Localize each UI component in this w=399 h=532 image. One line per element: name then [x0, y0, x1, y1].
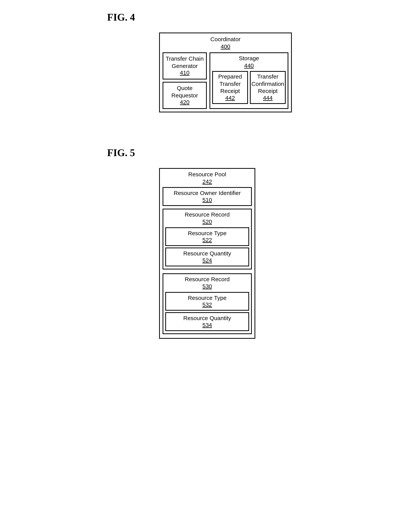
transfer-confirmation-receipt-box: Transfer Confirmation Receipt 444 — [250, 71, 286, 104]
resource-pool-title: Resource Pool — [162, 171, 252, 178]
resource-owner-identifier-title: Resource Owner Identifier — [164, 189, 250, 197]
coordinator-ref: 400 — [162, 43, 288, 50]
resource-quantity-2-box: Resource Quantity 534 — [165, 312, 249, 331]
storage-header: Storage 440 — [212, 55, 286, 69]
storage-box: Storage 440 Prepared Transfer Receipt 44… — [210, 52, 288, 109]
resource-record-2-box: Resource Record 530 Resource Type 532 Re… — [162, 273, 252, 334]
quote-requestor-box: Quote Requestor 420 — [162, 82, 207, 109]
resource-record-1-header: Resource Record 520 — [165, 211, 249, 225]
resource-record-2-ref: 530 — [165, 283, 249, 290]
figure-5-label: FIG. 5 — [107, 147, 292, 158]
resource-pool-header: Resource Pool 242 — [162, 171, 252, 185]
coordinator-left-column: Transfer Chain Generator 410 Quote Reque… — [162, 52, 207, 109]
quote-requestor-title: Quote Requestor — [164, 84, 205, 99]
resource-quantity-2-title: Resource Quantity — [167, 315, 247, 322]
prepared-transfer-receipt-ref: 442 — [214, 95, 246, 101]
storage-row: Prepared Transfer Receipt 442 Transfer C… — [212, 71, 286, 104]
coordinator-box: Coordinator 400 Transfer Chain Generator… — [159, 32, 292, 112]
transfer-chain-generator-title: Transfer Chain Generator — [164, 55, 205, 70]
resource-quantity-1-ref: 524 — [167, 257, 247, 264]
resource-pool-ref: 242 — [162, 178, 252, 185]
storage-title: Storage — [212, 55, 286, 62]
prepared-transfer-receipt-title: Prepared Transfer Receipt — [214, 73, 246, 95]
resource-record-2-title: Resource Record — [165, 276, 249, 283]
prepared-transfer-receipt-box: Prepared Transfer Receipt 442 — [212, 71, 248, 104]
storage-ref: 440 — [212, 62, 286, 69]
quote-requestor-ref: 420 — [164, 99, 205, 106]
resource-record-1-title: Resource Record — [165, 211, 249, 218]
resource-quantity-2-ref: 534 — [167, 322, 247, 328]
resource-quantity-1-title: Resource Quantity — [167, 250, 247, 257]
figure-4-diagram: Coordinator 400 Transfer Chain Generator… — [159, 32, 292, 112]
coordinator-title: Coordinator — [162, 36, 288, 43]
resource-type-1-title: Resource Type — [167, 230, 247, 237]
transfer-confirmation-receipt-ref: 444 — [251, 95, 284, 101]
coordinator-body: Transfer Chain Generator 410 Quote Reque… — [162, 52, 288, 109]
resource-record-1-box: Resource Record 520 Resource Type 522 Re… — [162, 209, 252, 269]
coordinator-header: Coordinator 400 — [162, 36, 288, 50]
figure-5-diagram: Resource Pool 242 Resource Owner Identif… — [159, 168, 292, 339]
resource-quantity-1-box: Resource Quantity 524 — [165, 247, 249, 266]
resource-type-2-ref: 532 — [167, 301, 247, 308]
figure-4-label: FIG. 4 — [107, 12, 292, 23]
transfer-chain-generator-box: Transfer Chain Generator 410 — [162, 52, 207, 80]
resource-owner-identifier-ref: 510 — [164, 197, 250, 203]
resource-type-1-ref: 522 — [167, 237, 247, 243]
resource-pool-box: Resource Pool 242 Resource Owner Identif… — [159, 168, 255, 339]
resource-type-1-box: Resource Type 522 — [165, 227, 249, 246]
transfer-confirmation-receipt-title: Transfer Confirmation Receipt — [251, 73, 284, 95]
resource-type-2-title: Resource Type — [167, 294, 247, 302]
transfer-chain-generator-ref: 410 — [164, 70, 205, 76]
resource-record-1-ref: 520 — [165, 218, 249, 225]
resource-type-2-box: Resource Type 532 — [165, 292, 249, 311]
resource-record-2-header: Resource Record 530 — [165, 276, 249, 290]
resource-owner-identifier-box: Resource Owner Identifier 510 — [162, 187, 252, 206]
page: FIG. 4 Coordinator 400 Transfer Chain Ge… — [107, 12, 292, 339]
